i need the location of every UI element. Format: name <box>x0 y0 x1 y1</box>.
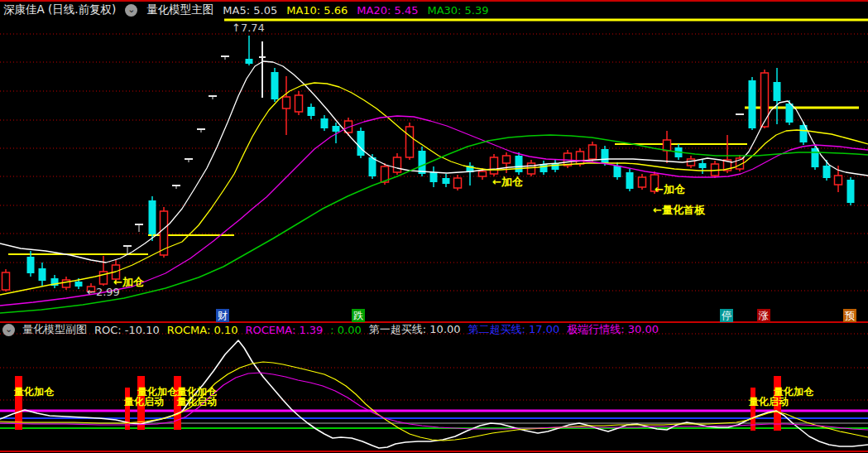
chart-annotation: ←加仓 <box>655 182 685 197</box>
overbought2-value: 第二超买线: 17.00 <box>468 322 560 337</box>
event-tag[interactable]: 预 <box>843 309 856 322</box>
signal-label: 量化加仓 <box>14 385 54 399</box>
extreme-line-value: 极端行情线: 30.00 <box>567 322 659 337</box>
ma5-value: MA5: 5.05 <box>223 4 277 17</box>
symbol-title[interactable]: 深康佳A (日线.前复权) <box>3 2 116 17</box>
ma10-value: MA10: 5.66 <box>286 4 348 17</box>
chevron-down-icon[interactable]: ⌄ <box>125 4 137 17</box>
chart-annotation: ←加仓 <box>492 175 523 190</box>
ma20-value: MA20: 5.45 <box>357 4 418 17</box>
event-tag[interactable]: 财 <box>216 309 229 322</box>
event-tag[interactable]: 停 <box>720 309 733 322</box>
roc-value: ROC: -10.10 <box>94 324 160 336</box>
chart-annotation: ←量化首板 <box>653 203 705 218</box>
ma30-value: MA30: 5.39 <box>427 4 488 17</box>
overbought1-value: 第一超买线: 10.00 <box>369 322 461 337</box>
candlestick-chart-svg[interactable] <box>0 0 868 453</box>
main-chart <box>0 20 868 313</box>
chart-canvas[interactable] <box>0 0 868 453</box>
signal-label: 量化启动 <box>177 395 217 409</box>
series-ROC <box>0 340 868 448</box>
signal-bar <box>751 388 755 431</box>
rocema-value: ROCEMA: 1.39 <box>245 324 323 336</box>
event-tag[interactable]: 涨 <box>757 309 770 322</box>
chart-annotation: ↑7.74 <box>232 22 265 34</box>
zero-value: : 0.00 <box>330 324 361 336</box>
sub-chart <box>0 334 868 448</box>
bottom-border-line <box>0 451 868 452</box>
trading-app-window: 深康佳A (日线.前复权) ⌄ 量化模型主图 MA5: 5.05 MA10: 5… <box>0 0 868 453</box>
chart-annotation: ←加仓 <box>113 275 144 290</box>
main-chart-header: 深康佳A (日线.前复权) ⌄ 量化模型主图 MA5: 5.05 MA10: 5… <box>3 2 489 17</box>
event-tag[interactable]: 跌 <box>352 309 365 322</box>
signal-label: 量化启动 <box>124 395 164 409</box>
sub-panel-label: 量化模型副图 <box>22 322 87 337</box>
signal-label: 量化启动 <box>749 395 789 409</box>
main-panel-label: 量化模型主图 <box>146 2 213 17</box>
sub-chart-header: ⌄ 量化模型副图 ROC: -10.10 ROCMA: 0.10 ROCEMA:… <box>2 324 659 335</box>
top-border-line <box>0 0 868 2</box>
chevron-down-icon[interactable]: ⌄ <box>2 324 15 336</box>
rocma-value: ROCMA: 0.10 <box>167 324 238 336</box>
